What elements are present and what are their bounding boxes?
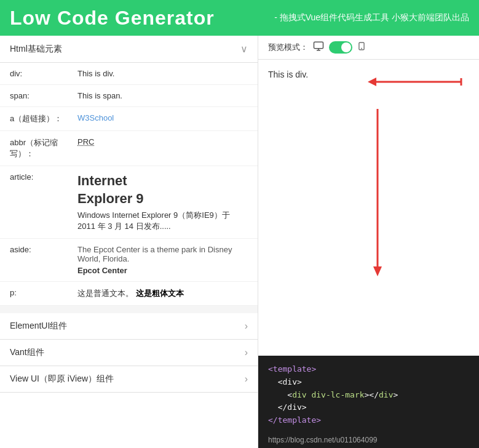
preview-toolbar: 预览模式： bbox=[258, 36, 479, 60]
code-line-5: </template> bbox=[268, 414, 469, 427]
preview-label: 预览模式： bbox=[268, 42, 308, 53]
url-text: https://blog.csdn.net/u011064099 bbox=[268, 436, 377, 444]
abbr-row: abbr（标记缩写）： PRC bbox=[0, 131, 258, 166]
svg-marker-6 bbox=[368, 78, 376, 86]
section-divider bbox=[0, 306, 258, 313]
elementui-section: ElementUI组件 › bbox=[0, 313, 258, 340]
article-label: article: bbox=[10, 172, 77, 182]
vant-label: Vant组件 bbox=[10, 347, 44, 358]
red-arrow-div bbox=[301, 70, 473, 94]
article-row: article: Internet Explorer 9 Windows Int… bbox=[0, 166, 258, 239]
aside-text1: The Epcot Center is a theme park in Disn… bbox=[77, 245, 248, 263]
right-panel: 预览模式： This is div. bbox=[258, 36, 479, 448]
svg-marker-9 bbox=[373, 266, 382, 276]
article-content: Internet Explorer 9 Windows Internet Exp… bbox=[77, 172, 248, 232]
w3school-link[interactable]: W3School bbox=[77, 113, 114, 122]
span-content: This is span. bbox=[77, 91, 248, 100]
p-content: 这是普通文本。 这是粗体文本 bbox=[77, 288, 184, 299]
elementui-section-header[interactable]: ElementUI组件 › bbox=[0, 313, 258, 339]
div-label: div: bbox=[10, 69, 77, 78]
vant-section-header[interactable]: Vant组件 › bbox=[0, 340, 258, 366]
html-section-title: Html基础元素 bbox=[10, 44, 62, 55]
article-title: Internet Explorer 9 bbox=[77, 172, 248, 207]
div-content: This is div. bbox=[77, 69, 248, 78]
app-subtitle: - 拖拽式Vue组件代码生成工具 小猴大前端团队出品 bbox=[274, 12, 469, 23]
elementui-label: ElementUI组件 bbox=[10, 321, 67, 332]
span-label: span: bbox=[10, 91, 77, 100]
code-panel: <template> <div> <div div-lc-mark></div>… bbox=[258, 356, 479, 434]
a-row: a（超链接）： W3School bbox=[0, 107, 258, 131]
viewui-section: View UI（即原 iView）组件 › bbox=[0, 366, 258, 393]
left-panel: Html基础元素 ∨ div: This is div. span: This … bbox=[0, 36, 258, 448]
html-section: Html基础元素 ∨ div: This is div. span: This … bbox=[0, 36, 258, 306]
url-bar: https://blog.csdn.net/u011064099 bbox=[258, 434, 479, 448]
desktop-icon[interactable] bbox=[313, 41, 324, 54]
abbr-label: abbr（标记缩写）： bbox=[10, 137, 77, 159]
code-line-3: <div div-lc-mark></div> bbox=[268, 389, 469, 402]
html-chevron-icon: ∨ bbox=[240, 43, 248, 55]
svg-rect-0 bbox=[314, 42, 323, 49]
app-title: Low Code Generator bbox=[10, 7, 215, 30]
abbr-content: PRC bbox=[77, 137, 248, 146]
code-block: <template> <div> <div div-lc-mark></div>… bbox=[268, 363, 469, 427]
aside-content: The Epcot Center is a theme park in Disn… bbox=[77, 245, 248, 275]
a-content[interactable]: W3School bbox=[77, 113, 248, 122]
article-body: Windows Internet Explorer 9（简称IE9）于 2011… bbox=[77, 210, 248, 232]
aside-row: aside: The Epcot Center is a theme park … bbox=[0, 239, 258, 282]
code-line-4: </div> bbox=[268, 401, 469, 414]
code-line-2: <div> bbox=[268, 376, 469, 389]
preview-toggle[interactable] bbox=[329, 41, 352, 54]
vant-section: Vant组件 › bbox=[0, 340, 258, 366]
viewui-label: View UI（即原 iView）组件 bbox=[10, 374, 114, 385]
abbr-element: PRC bbox=[77, 137, 94, 146]
p-row: p: 这是普通文本。 这是粗体文本 bbox=[0, 282, 258, 306]
red-arrow-down bbox=[371, 109, 384, 281]
p-label: p: bbox=[10, 288, 77, 297]
preview-content: This is div. bbox=[258, 60, 479, 356]
span-row: span: This is span. bbox=[0, 85, 258, 107]
code-line-1: <template> bbox=[268, 363, 469, 376]
p-normal: 这是普通文本。 bbox=[77, 289, 133, 298]
mobile-icon[interactable] bbox=[357, 41, 366, 54]
aside-text2: Epcot Center bbox=[77, 266, 248, 275]
vant-chevron-icon: › bbox=[245, 347, 248, 358]
a-label: a（超链接）： bbox=[10, 113, 77, 124]
html-section-header[interactable]: Html基础元素 ∨ bbox=[0, 36, 258, 63]
viewui-chevron-icon: › bbox=[245, 374, 248, 385]
aside-label: aside: bbox=[10, 245, 77, 254]
elementui-chevron-icon: › bbox=[245, 321, 248, 332]
div-row: div: This is div. bbox=[0, 63, 258, 85]
viewui-section-header[interactable]: View UI（即原 iView）组件 › bbox=[0, 366, 258, 392]
main-layout: Html基础元素 ∨ div: This is div. span: This … bbox=[0, 36, 479, 448]
p-bold: 这是粗体文本 bbox=[136, 289, 184, 298]
app-header: Low Code Generator - 拖拽式Vue组件代码生成工具 小猴大前… bbox=[0, 0, 479, 36]
